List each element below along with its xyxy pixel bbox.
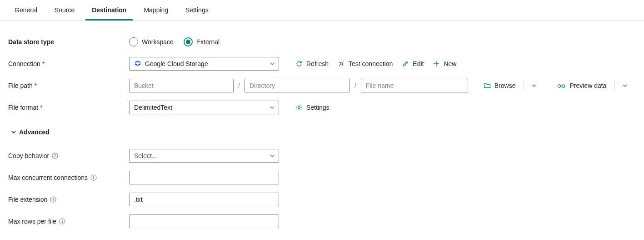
new-label: New: [444, 60, 456, 67]
file-path-label: File path: [8, 82, 33, 89]
svg-point-0: [137, 64, 139, 66]
tab-source[interactable]: Source: [48, 0, 81, 20]
gear-icon: [295, 104, 303, 111]
directory-input[interactable]: [245, 79, 350, 92]
svg-rect-7: [55, 155, 55, 157]
data-store-type-label: Data store type: [8, 38, 54, 46]
svg-point-12: [53, 198, 54, 199]
radio-external-label: External: [196, 38, 220, 46]
max-concurrent-input[interactable]: [129, 171, 279, 184]
svg-rect-10: [93, 177, 94, 179]
format-settings-button[interactable]: Settings: [293, 102, 332, 113]
chevron-down-icon: [270, 153, 275, 158]
file-format-select[interactable]: DelimitedText: [129, 101, 279, 114]
refresh-label: Refresh: [306, 60, 329, 67]
file-format-value: DelimitedText: [134, 104, 270, 111]
folder-icon: [484, 82, 491, 89]
connection-label: Connection: [8, 60, 40, 67]
max-rows-label: Max rows per file: [8, 218, 56, 225]
svg-point-15: [62, 220, 63, 220]
browse-dropdown[interactable]: [529, 81, 539, 90]
glasses-icon: [557, 82, 566, 89]
tab-destination[interactable]: Destination: [85, 0, 133, 20]
file-format-label: File format: [8, 104, 38, 111]
chevron-down-icon: [11, 129, 16, 135]
preview-data-label: Preview data: [569, 82, 606, 89]
test-connection-button[interactable]: Test connection: [335, 58, 395, 69]
chevron-down-icon: [270, 105, 275, 110]
advanced-toggle[interactable]: Advanced: [8, 127, 50, 138]
svg-rect-16: [62, 221, 62, 223]
advanced-label: Advanced: [19, 128, 50, 136]
gcs-icon: [134, 60, 141, 67]
preview-dropdown[interactable]: [620, 81, 629, 90]
separator: [524, 81, 524, 90]
browse-button[interactable]: Browse: [481, 80, 519, 91]
radio-workspace[interactable]: Workspace: [129, 37, 174, 46]
radio-external[interactable]: External: [184, 37, 220, 46]
test-connection-label: Test connection: [349, 60, 393, 67]
info-icon[interactable]: [90, 174, 97, 181]
tab-general[interactable]: General: [8, 0, 44, 20]
radio-workspace-label: Workspace: [142, 38, 174, 46]
svg-point-6: [55, 154, 55, 155]
filename-input[interactable]: [361, 79, 468, 92]
path-separator: /: [237, 82, 241, 89]
svg-rect-13: [53, 199, 54, 201]
connection-value: Google Cloud Storage: [145, 60, 270, 67]
pencil-icon: [402, 60, 409, 67]
copy-behavior-select[interactable]: Select...: [129, 149, 279, 163]
max-concurrent-label: Max concurrent connections: [8, 174, 88, 181]
edit-label: Edit: [413, 60, 424, 67]
refresh-icon: [295, 60, 303, 67]
required-star: *: [40, 104, 42, 111]
info-icon[interactable]: [59, 218, 65, 225]
browse-label: Browse: [494, 82, 516, 89]
connection-select[interactable]: Google Cloud Storage: [129, 57, 279, 71]
tab-bar: General Source Destination Mapping Setti…: [0, 0, 644, 21]
tab-mapping[interactable]: Mapping: [137, 0, 175, 20]
required-star: *: [42, 60, 45, 67]
test-connection-icon: [338, 60, 345, 67]
chevron-down-icon: [531, 83, 537, 88]
svg-point-9: [93, 176, 94, 177]
preview-data-button[interactable]: Preview data: [554, 80, 609, 91]
format-settings-label: Settings: [306, 104, 329, 111]
svg-point-2: [558, 85, 561, 87]
info-icon[interactable]: [50, 196, 56, 203]
separator: [614, 81, 615, 90]
copy-behavior-placeholder: Select...: [134, 152, 270, 159]
refresh-button[interactable]: Refresh: [293, 58, 331, 69]
plus-icon: [433, 60, 440, 67]
file-extension-input[interactable]: [129, 193, 279, 206]
chevron-down-icon: [622, 83, 628, 88]
svg-point-4: [298, 107, 300, 108]
svg-point-3: [562, 85, 565, 87]
required-star: *: [35, 82, 37, 89]
file-extension-label: File extension: [8, 196, 47, 203]
edit-button[interactable]: Edit: [399, 58, 426, 69]
tab-settings[interactable]: Settings: [179, 0, 215, 20]
info-icon[interactable]: [52, 153, 58, 159]
new-button[interactable]: New: [430, 58, 459, 69]
chevron-down-icon: [270, 61, 275, 66]
max-rows-input[interactable]: [129, 214, 279, 228]
path-separator: /: [354, 82, 357, 89]
copy-behavior-label: Copy behavior: [8, 152, 49, 159]
data-store-type-radio-group: Workspace External: [129, 37, 220, 46]
bucket-input[interactable]: [129, 79, 234, 92]
